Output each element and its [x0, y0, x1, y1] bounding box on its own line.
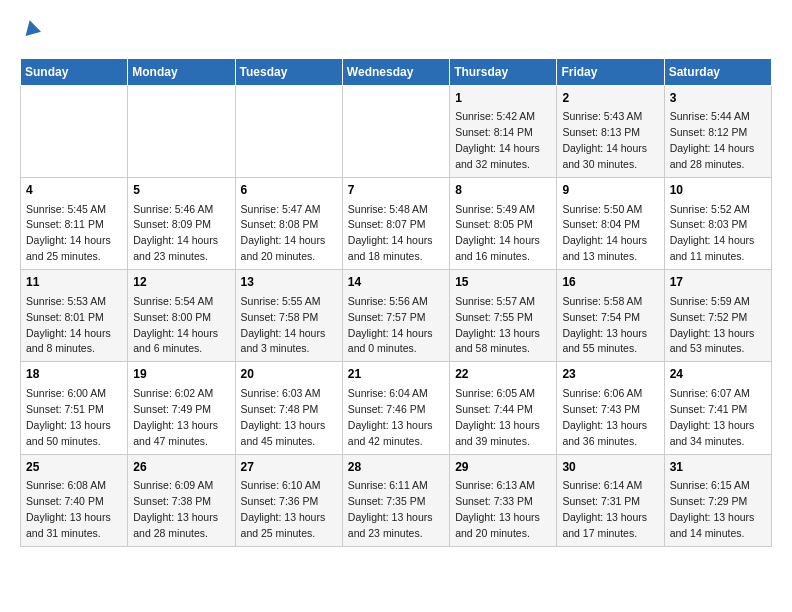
day-of-week-header: Tuesday: [235, 59, 342, 86]
day-info-line: Daylight: 13 hours: [26, 511, 111, 523]
day-info-line: Sunset: 8:07 PM: [348, 218, 426, 230]
day-info-line: Daylight: 13 hours: [348, 511, 433, 523]
day-info-line: and 25 minutes.: [26, 250, 101, 262]
calendar-cell: [128, 86, 235, 178]
calendar-cell: 31Sunrise: 6:15 AMSunset: 7:29 PMDayligh…: [664, 454, 771, 546]
day-number: 27: [241, 459, 337, 476]
day-info-line: Sunrise: 5:54 AM: [133, 295, 213, 307]
day-info-line: Sunrise: 5:52 AM: [670, 203, 750, 215]
day-info-line: Daylight: 14 hours: [241, 327, 326, 339]
day-info-line: Sunset: 7:58 PM: [241, 311, 319, 323]
day-info-line: Sunrise: 6:09 AM: [133, 479, 213, 491]
day-info-line: Daylight: 13 hours: [241, 511, 326, 523]
day-of-week-header: Saturday: [664, 59, 771, 86]
day-info-line: Sunrise: 6:03 AM: [241, 387, 321, 399]
day-info-line: Sunset: 7:36 PM: [241, 495, 319, 507]
day-info-line: Daylight: 13 hours: [670, 419, 755, 431]
day-number: 22: [455, 366, 551, 383]
day-info-line: Sunset: 8:09 PM: [133, 218, 211, 230]
day-info-line: and 23 minutes.: [348, 527, 423, 539]
day-info-line: and 42 minutes.: [348, 435, 423, 447]
day-info-line: Sunset: 7:29 PM: [670, 495, 748, 507]
day-of-week-header: Monday: [128, 59, 235, 86]
day-info-line: Daylight: 14 hours: [241, 234, 326, 246]
day-info-line: Sunrise: 5:50 AM: [562, 203, 642, 215]
day-info-line: and 20 minutes.: [455, 527, 530, 539]
day-number: 24: [670, 366, 766, 383]
day-info-line: Daylight: 13 hours: [241, 419, 326, 431]
calendar-cell: 26Sunrise: 6:09 AMSunset: 7:38 PMDayligh…: [128, 454, 235, 546]
day-info-line: Daylight: 13 hours: [562, 419, 647, 431]
calendar-cell: [21, 86, 128, 178]
day-info-line: Sunset: 7:54 PM: [562, 311, 640, 323]
calendar-cell: 27Sunrise: 6:10 AMSunset: 7:36 PMDayligh…: [235, 454, 342, 546]
calendar-cell: [342, 86, 449, 178]
day-of-week-header: Sunday: [21, 59, 128, 86]
day-info-line: Daylight: 13 hours: [133, 419, 218, 431]
day-info-line: and 31 minutes.: [26, 527, 101, 539]
day-info-line: Daylight: 13 hours: [455, 419, 540, 431]
day-info-line: Daylight: 14 hours: [26, 327, 111, 339]
day-info-line: Sunrise: 6:11 AM: [348, 479, 428, 491]
day-info-line: Sunset: 7:55 PM: [455, 311, 533, 323]
logo-bird-icon: [22, 20, 42, 42]
day-info-line: Sunrise: 5:43 AM: [562, 110, 642, 122]
calendar-week-row: 4Sunrise: 5:45 AMSunset: 8:11 PMDaylight…: [21, 178, 772, 270]
day-info-line: and 34 minutes.: [670, 435, 745, 447]
day-info-line: Sunrise: 6:13 AM: [455, 479, 535, 491]
day-number: 13: [241, 274, 337, 291]
day-info-line: Sunrise: 5:44 AM: [670, 110, 750, 122]
day-info-line: and 14 minutes.: [670, 527, 745, 539]
day-number: 14: [348, 274, 444, 291]
day-info-line: Daylight: 13 hours: [455, 511, 540, 523]
day-info-line: Daylight: 13 hours: [562, 511, 647, 523]
calendar-cell: 8Sunrise: 5:49 AMSunset: 8:05 PMDaylight…: [450, 178, 557, 270]
day-info-line: Sunset: 8:12 PM: [670, 126, 748, 138]
day-info-line: Sunset: 7:51 PM: [26, 403, 104, 415]
svg-marker-0: [22, 20, 41, 36]
day-info-line: Sunset: 7:48 PM: [241, 403, 319, 415]
day-info-line: and 25 minutes.: [241, 527, 316, 539]
day-info-line: Sunrise: 5:57 AM: [455, 295, 535, 307]
day-info-line: Sunset: 7:43 PM: [562, 403, 640, 415]
calendar-cell: 2Sunrise: 5:43 AMSunset: 8:13 PMDaylight…: [557, 86, 664, 178]
day-number: 21: [348, 366, 444, 383]
calendar-cell: 4Sunrise: 5:45 AMSunset: 8:11 PMDaylight…: [21, 178, 128, 270]
calendar-cell: 7Sunrise: 5:48 AMSunset: 8:07 PMDaylight…: [342, 178, 449, 270]
day-info-line: Sunset: 7:41 PM: [670, 403, 748, 415]
day-info-line: and 32 minutes.: [455, 158, 530, 170]
day-info-line: and 0 minutes.: [348, 342, 417, 354]
day-info-line: Sunrise: 5:59 AM: [670, 295, 750, 307]
day-info-line: Daylight: 13 hours: [455, 327, 540, 339]
calendar-cell: 24Sunrise: 6:07 AMSunset: 7:41 PMDayligh…: [664, 362, 771, 454]
day-info-line: Daylight: 13 hours: [26, 419, 111, 431]
day-number: 28: [348, 459, 444, 476]
day-of-week-header: Friday: [557, 59, 664, 86]
calendar-cell: 11Sunrise: 5:53 AMSunset: 8:01 PMDayligh…: [21, 270, 128, 362]
day-info-line: and 47 minutes.: [133, 435, 208, 447]
day-number: 20: [241, 366, 337, 383]
day-info-line: Sunset: 7:31 PM: [562, 495, 640, 507]
day-info-line: Daylight: 13 hours: [670, 327, 755, 339]
day-info-line: Sunrise: 6:02 AM: [133, 387, 213, 399]
day-info-line: Sunset: 7:33 PM: [455, 495, 533, 507]
day-info-line: Daylight: 13 hours: [670, 511, 755, 523]
day-info-line: Daylight: 14 hours: [455, 142, 540, 154]
day-info-line: Sunrise: 5:53 AM: [26, 295, 106, 307]
day-number: 12: [133, 274, 229, 291]
day-info-line: and 55 minutes.: [562, 342, 637, 354]
day-number: 29: [455, 459, 551, 476]
calendar-week-row: 18Sunrise: 6:00 AMSunset: 7:51 PMDayligh…: [21, 362, 772, 454]
day-info-line: Sunrise: 6:06 AM: [562, 387, 642, 399]
day-info-line: and 23 minutes.: [133, 250, 208, 262]
day-info-line: Sunset: 7:40 PM: [26, 495, 104, 507]
logo: [20, 20, 42, 42]
day-info-line: and 3 minutes.: [241, 342, 310, 354]
day-info-line: and 18 minutes.: [348, 250, 423, 262]
day-info-line: Sunset: 8:14 PM: [455, 126, 533, 138]
day-info-line: Daylight: 14 hours: [348, 234, 433, 246]
day-info-line: Sunrise: 6:08 AM: [26, 479, 106, 491]
day-info-line: Sunrise: 5:47 AM: [241, 203, 321, 215]
day-info-line: Sunrise: 6:00 AM: [26, 387, 106, 399]
calendar-cell: 28Sunrise: 6:11 AMSunset: 7:35 PMDayligh…: [342, 454, 449, 546]
